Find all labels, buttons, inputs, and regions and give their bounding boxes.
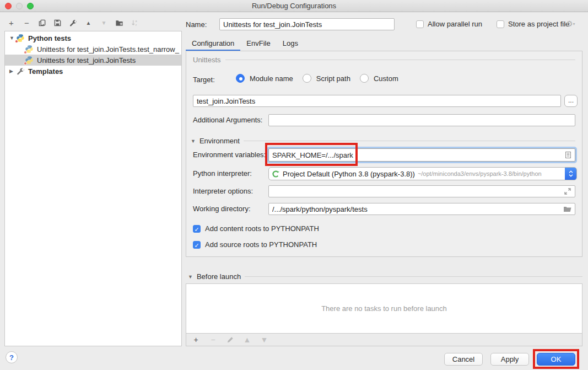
environment-variables-value: SPARK_HOME=/.../spark [272,151,564,159]
tree-item-templates[interactable]: ▶ Templates [5,66,181,77]
dropdown-stepper-icon[interactable] [565,167,576,180]
remove-task-icon[interactable]: − [208,335,218,345]
interpreter-options-label: Interpreter options: [193,187,253,195]
tree-item-label: Python tests [28,34,71,42]
python-test-config-icon [25,45,34,53]
interpreter-options-input[interactable] [268,185,575,197]
module-name-input[interactable] [193,95,561,107]
content-roots-label: Add content roots to PYTHONPATH [205,224,319,233]
store-as-project-file-checkbox[interactable] [497,20,504,28]
before-launch-title: Before launch [197,272,241,281]
edit-templates-icon[interactable] [68,18,78,28]
environment-variables-field[interactable]: SPARK_HOME=/.../spark [268,148,575,162]
move-up-icon[interactable]: ▲ [84,18,93,28]
content-roots-option[interactable]: ✓ Add content roots to PYTHONPATH [193,224,319,233]
allow-parallel-run-checkbox[interactable] [416,20,424,28]
configurations-toolbar: + − ▲ ▼ az [7,17,139,28]
allow-parallel-run-label: Allow parallel run [428,20,482,28]
python-tests-icon [16,34,25,42]
store-as-project-file-label: Store as project file [508,20,569,28]
name-input[interactable] [219,18,395,30]
save-configuration-icon[interactable] [53,18,62,28]
environment-section-header[interactable]: ▼ Environment [191,137,575,145]
radio-custom[interactable] [360,74,369,83]
tree-item-jointests-selected[interactable]: Unittests for test_join.JoinTests [5,55,181,66]
target-label: Target: [193,76,215,84]
target-radio-group: Module name Script path Custom [236,74,403,83]
before-launch-toolbar: + − ▲ ▼ [186,334,582,346]
browse-module-button[interactable]: ... [564,95,578,107]
tab-configuration[interactable]: Configuration [186,36,240,51]
tree-item-python-tests[interactable]: ▼ Python tests [5,33,181,44]
conda-env-icon [272,170,280,178]
radio-script-path-label: Script path [316,74,350,83]
templates-wrench-icon [16,67,25,76]
store-as-project-file-option[interactable]: Store as project file [497,20,569,28]
remove-configuration-icon[interactable]: − [22,18,31,28]
ok-button[interactable]: OK [537,353,575,366]
name-row: Name: Allow parallel run Store as projec… [186,18,582,30]
sort-alphabetically-icon[interactable]: az [130,18,139,28]
configurations-tree: ▼ Python tests Unittests for test_join.J… [4,31,182,346]
before-launch-empty-message: There are no tasks to run before launch [321,304,447,313]
tab-logs[interactable]: Logs [277,36,304,51]
unittests-group-header: Unittests [193,56,575,64]
tree-item-label: Templates [28,67,63,76]
expand-arrow-icon[interactable]: ▶ [9,68,16,74]
name-label: Name: [186,20,207,29]
radio-module-name[interactable] [236,74,245,83]
move-task-down-icon[interactable]: ▼ [260,335,269,345]
expand-field-icon[interactable] [563,187,572,196]
interpreter-path: ~/opt/miniconda3/envs/pyspark-3.8/bin/py… [418,170,565,177]
copy-configuration-icon[interactable] [37,18,47,28]
run-badge-icon [24,62,27,65]
move-task-up-icon[interactable]: ▲ [242,335,252,345]
additional-arguments-label: Additional Arguments: [193,116,262,124]
tree-item-test-narrow[interactable]: Unittests for test_join.JoinTests.test_n… [5,44,181,55]
working-directory-input[interactable] [268,203,575,215]
run-badge-icon [15,40,18,43]
apply-button[interactable]: Apply [490,353,529,366]
close-window-button[interactable] [5,3,12,9]
move-down-icon[interactable]: ▼ [99,18,109,28]
add-task-icon[interactable]: + [191,335,201,345]
collapse-arrow-icon[interactable]: ▼ [188,274,193,280]
radio-custom-label: Custom [374,74,398,83]
run-badge-icon [24,51,27,54]
add-configuration-icon[interactable]: + [7,18,16,28]
window-title: Run/Debug Configurations [252,2,336,10]
svg-text:z: z [135,23,137,26]
window-controls [5,3,34,9]
minimize-window-button[interactable] [16,3,23,9]
python-test-config-icon [25,56,34,65]
title-bar: Run/Debug Configurations [0,0,588,12]
zoom-window-button[interactable] [27,3,34,9]
configuration-panel: Unittests Target: Module name Script pat… [186,51,582,257]
cancel-button[interactable]: Cancel [444,353,483,366]
working-directory-label: Working directory: [193,205,251,213]
radio-module-name-label: Module name [250,74,293,83]
edit-task-icon[interactable] [225,335,235,345]
browse-folder-icon[interactable] [563,205,572,213]
svg-text:a: a [135,19,137,23]
store-settings-gear-icon[interactable]: ⚙▾ [566,19,575,28]
before-launch-task-list[interactable]: There are no tasks to run before launch [186,283,582,334]
python-interpreter-select[interactable]: Project Default (Python 3.8 (pyspark-3.8… [268,167,577,180]
tab-envfile[interactable]: EnvFile [240,36,276,51]
additional-arguments-input[interactable] [268,114,575,126]
unittests-group-title: Unittests [193,56,221,64]
help-button[interactable]: ? [6,351,18,363]
source-roots-label: Add source roots to PYTHONPATH [205,240,317,249]
environment-variables-label: Environment variables: [193,151,266,159]
before-launch-header[interactable]: ▼ Before launch [188,272,582,281]
content-roots-checkbox[interactable]: ✓ [193,225,201,233]
tree-item-label: Unittests for test_join.JoinTests [37,56,136,65]
collapse-arrow-icon[interactable]: ▼ [191,138,196,144]
source-roots-checkbox[interactable]: ✓ [193,241,201,249]
new-folder-icon[interactable] [115,18,124,28]
source-roots-option[interactable]: ✓ Add source roots to PYTHONPATH [193,240,317,249]
edit-variables-icon[interactable] [564,151,573,159]
allow-parallel-run-option[interactable]: Allow parallel run [416,20,482,28]
radio-script-path[interactable] [303,74,311,83]
interpreter-value: Project Default (Python 3.8 (pyspark-3.8… [283,170,415,178]
